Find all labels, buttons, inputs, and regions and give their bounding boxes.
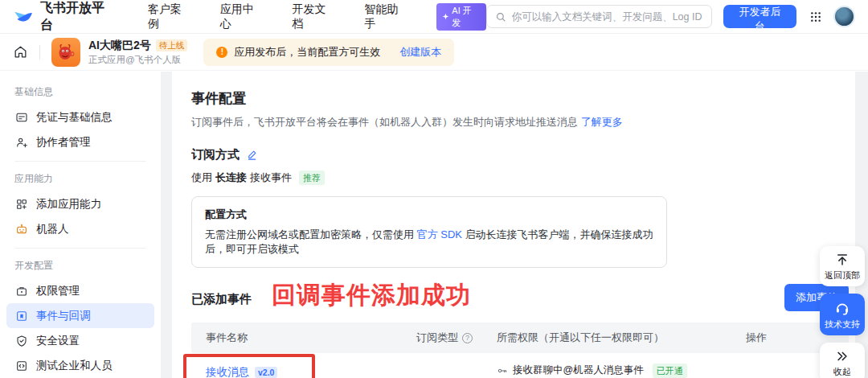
top-navbar: 飞书开放平台 客户案例 应用中心 开发文档 智能助手 AI 开发 开发者后台 (0, 0, 868, 34)
recommended-badge: 推荐 (299, 171, 325, 185)
page-title: 事件配置 (191, 89, 849, 108)
search-box[interactable] (486, 5, 713, 28)
red-annotation-text: 回调事件添加成功 (272, 279, 471, 312)
sidebar-item-label: 添加应用能力 (36, 197, 101, 212)
divider (14, 248, 146, 249)
robot-icon (14, 223, 28, 236)
app-avatar[interactable] (51, 38, 80, 67)
nav-link-cases[interactable]: 客户案例 (148, 2, 193, 31)
mode-value: 长连接 (215, 171, 247, 185)
search-icon (495, 11, 506, 23)
headset-icon (834, 300, 850, 316)
main-content: 事件配置 订阅事件后，飞书开放平台将会在事件（如机器人入群）发生时向请求地址推送… (172, 72, 868, 378)
event-callback-icon (14, 310, 28, 323)
support-button[interactable]: 技术支持 (820, 294, 865, 335)
create-version-link[interactable]: 创建版本 (399, 45, 441, 60)
events-table: 事件名称 订阅类型 ? 所需权限（开通以下任一权限即可） 操作 接收消息 v2.… (191, 323, 849, 378)
code-box-icon (14, 360, 28, 372)
added-events-title: 已添加事件 (191, 292, 252, 307)
back-to-top-icon (835, 253, 850, 267)
sidebar-section-basic: 基础信息 (6, 81, 154, 105)
sidebar-item-collaborators[interactable]: 协作者管理 (6, 129, 154, 154)
edit-pencil-icon[interactable] (246, 149, 258, 161)
sidebar-item-label: 测试企业和人员 (36, 359, 113, 373)
key-icon (497, 365, 508, 376)
briefcase-icon (14, 285, 28, 298)
sidebar-item-label: 协作者管理 (36, 135, 91, 150)
cell-subscribe-type: 应用身份 (416, 362, 497, 378)
app-meta: AI大嘴巴2号 待上线 正式应用@飞书个人版 (88, 39, 187, 66)
developer-console-button[interactable]: 开发者后台 (723, 5, 796, 28)
sidebar-item-bot[interactable]: 机器人 (6, 216, 154, 241)
sidebar-item-label: 事件与回调 (36, 309, 91, 323)
sidebar-item-permissions[interactable]: 权限管理 (6, 278, 154, 303)
id-card-icon (14, 111, 28, 124)
search-input[interactable] (512, 11, 704, 23)
question-icon[interactable]: ? (462, 333, 473, 343)
event-table-row: 接收消息 v2.0 im.message.receive_v1 应用身份 (191, 353, 849, 378)
nav-links: 客户案例 应用中心 开发文档 智能助手 AI 开发 (148, 2, 486, 31)
subscription-mode-line: 使用 长连接 接收事件 推荐 (191, 171, 849, 185)
home-icon[interactable] (13, 44, 28, 60)
cell-permissions: 接收群聊中@机器人消息事件 已开通 读取用户发给机器人的单聊消息 已开通 获取群… (497, 362, 746, 378)
event-name-link[interactable]: 接收消息 (206, 365, 249, 378)
divider (14, 161, 146, 162)
app-subheader: AI大嘴巴2号 待上线 正式应用@飞书个人版 ! 应用发布后，当前配置方可生效 … (0, 34, 868, 71)
sidebar-item-label: 机器人 (36, 222, 69, 236)
apps-grid-icon[interactable] (809, 10, 822, 23)
version-badge: v2.0 (255, 367, 277, 378)
sparkle-icon (442, 13, 449, 20)
brand-name: 飞书开放平台 (40, 0, 117, 34)
nav-link-assistant[interactable]: 智能助手 (364, 2, 409, 31)
floating-toolbar: 返回顶部 技术支持 收起 (820, 246, 865, 378)
sidebar-item-credentials[interactable]: 凭证与基础信息 (6, 105, 154, 129)
config-method-text: 无需注册公网域名或配置加密策略，仅需使用 官方 SDK 启动长连接飞书客户端，并… (205, 228, 653, 257)
sidebar-item-add-capability[interactable]: 添加应用能力 (6, 191, 154, 216)
official-sdk-link[interactable]: 官方 SDK (417, 228, 462, 240)
collapse-button[interactable]: 收起 (820, 343, 865, 378)
learn-more-link[interactable]: 了解更多 (581, 116, 623, 128)
cell-event-name: 接收消息 v2.0 im.message.receive_v1 (206, 362, 416, 378)
ai-dev-badge[interactable]: AI 开发 (436, 3, 485, 31)
events-table-header: 事件名称 订阅类型 ? 所需权限（开通以下任一权限即可） 操作 (191, 323, 849, 353)
user-avatar[interactable] (833, 6, 855, 27)
enabled-badge: 已开通 (653, 364, 687, 378)
config-method-box: 配置方式 无需注册公网域名或配置加密策略，仅需使用 官方 SDK 启动长连接飞书… (191, 196, 667, 268)
col-subscribe-type: 订阅类型 ? (416, 331, 497, 345)
sidebar-item-label: 权限管理 (36, 284, 80, 298)
warning-icon: ! (216, 47, 227, 58)
permission-name[interactable]: 接收群聊中@机器人消息事件 (513, 364, 644, 378)
config-method-title: 配置方式 (205, 207, 653, 222)
sidebar-item-security[interactable]: 安全设置 (6, 328, 154, 353)
nav-link-app-center[interactable]: 应用中心 (220, 2, 265, 31)
col-event-name: 事件名称 (206, 331, 416, 345)
double-chevron-right-icon (835, 349, 850, 364)
scrollbar-gutter[interactable] (161, 72, 172, 378)
app-status-badge: 待上线 (156, 39, 188, 51)
nav-link-docs[interactable]: 开发文档 (293, 2, 338, 31)
app-subtitle: 正式应用@飞书个人版 (88, 54, 187, 65)
publish-notice: ! 应用发布后，当前配置方可生效 创建版本 (203, 39, 454, 66)
permission-row: 接收群聊中@机器人消息事件 已开通 (497, 363, 746, 378)
feishu-logo-icon (13, 6, 34, 27)
app-name: AI大嘴巴2号 (88, 39, 151, 53)
col-permissions: 所需权限（开通以下任一权限即可） (497, 331, 746, 345)
sidebar-item-label: 凭证与基础信息 (36, 110, 113, 125)
shield-check-icon (14, 335, 28, 347)
brand[interactable]: 飞书开放平台 (13, 0, 117, 34)
navbar-right: 开发者后台 (486, 5, 855, 28)
feishu-open-platform-console: 飞书开放平台 客户案例 应用中心 开发文档 智能助手 AI 开发 开发者后台 (0, 0, 868, 378)
sidebar: 基础信息 凭证与基础信息 协作者管理 应用能力 添加应用能力 机器人 开发配置 (0, 72, 161, 378)
page-description: 订阅事件后，飞书开放平台将会在事件（如机器人入群）发生时向请求地址推送消息 了解… (191, 115, 849, 129)
notice-text: 应用发布后，当前配置方可生效 (234, 45, 380, 60)
back-to-top-button[interactable]: 返回顶部 (820, 246, 865, 286)
sidebar-item-test-company[interactable]: 测试企业和人员 (6, 353, 154, 378)
person-plus-icon (14, 136, 28, 149)
divider (39, 45, 40, 60)
sidebar-item-events-callbacks[interactable]: 事件与回调 (6, 303, 154, 328)
added-events-header: 已添加事件 回调事件添加成功 添加事件 (191, 289, 849, 310)
sidebar-item-label: 安全设置 (36, 334, 80, 348)
sidebar-section-capability: 应用能力 (6, 168, 154, 191)
subscription-mode-title: 订阅方式 (191, 147, 240, 162)
sidebar-section-dev-config: 开发配置 (6, 255, 154, 278)
